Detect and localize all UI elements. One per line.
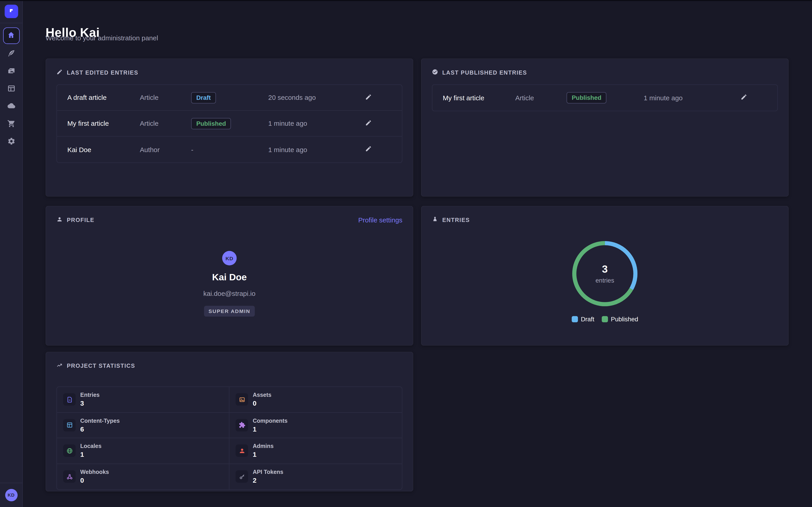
key-icon	[236, 470, 248, 483]
entry-name: Kai Doe	[67, 146, 140, 153]
user-avatar[interactable]: KD	[5, 489, 17, 501]
entries-total-label: entries	[596, 277, 614, 284]
entry-action-cell	[720, 92, 767, 104]
card-title: PROJECT STATISTICS	[67, 362, 135, 369]
entry-time: 20 seconds ago	[268, 94, 345, 101]
stat-tile-admins: Admins1	[230, 438, 402, 464]
entry-type: Article	[140, 94, 191, 101]
profile-name: Kai Doe	[46, 272, 413, 283]
legend-label: Published	[611, 316, 638, 323]
last-published-header: LAST PUBLISHED ENTRIES	[421, 59, 788, 84]
status-badge: Published	[567, 92, 607, 104]
edit-entry-button[interactable]	[362, 143, 374, 156]
stat-label: Locales	[80, 443, 101, 449]
entries-total: 3	[602, 264, 608, 275]
sidebar-item-media-library[interactable]	[4, 65, 18, 79]
cart-icon	[7, 119, 15, 130]
entries-icon	[432, 215, 438, 224]
stat-tile-content-types: Content-Types6	[57, 412, 230, 438]
stat-value: 0	[80, 476, 109, 484]
stat-text: Content-Types6	[80, 417, 120, 433]
layout-icon	[7, 84, 15, 95]
card-title: LAST EDITED ENTRIES	[67, 69, 138, 76]
table-row[interactable]: My first article Article Published 1 min…	[57, 111, 402, 136]
entry-type: Article	[140, 119, 191, 127]
admin-user-icon	[236, 445, 248, 457]
table-row[interactable]: A draft article Article Draft 20 seconds…	[57, 85, 402, 111]
stat-label: Components	[253, 417, 287, 424]
sidebar-footer: KD	[0, 483, 22, 507]
legend-item-draft: Draft	[571, 316, 594, 323]
entry-time: 1 minute ago	[644, 94, 720, 102]
status-empty: -	[191, 146, 193, 154]
stat-value: 2	[253, 476, 283, 484]
sidebar-item-settings[interactable]	[4, 135, 18, 150]
entries-donut-chart: 3 entries	[572, 241, 638, 306]
layout-icon	[63, 419, 75, 431]
pencil-icon	[740, 94, 747, 102]
legend-item-published: Published	[602, 316, 638, 323]
image-icon	[236, 393, 248, 406]
sidebar-item-marketplace[interactable]	[4, 117, 18, 132]
edit-entry-button[interactable]	[737, 92, 750, 104]
last-edited-table: A draft article Article Draft 20 seconds…	[56, 84, 402, 163]
stat-value: 1	[253, 425, 287, 433]
pencil-icon	[365, 145, 371, 154]
last-published-table: My first article Article Published 1 min…	[432, 84, 778, 111]
trend-up-icon	[56, 361, 63, 371]
main-sidebar: KD	[0, 0, 23, 507]
stat-label: API Tokens	[253, 469, 283, 475]
entry-type: Author	[140, 146, 191, 153]
feather-icon	[7, 49, 15, 59]
entry-action-cell	[345, 117, 392, 129]
stat-value: 1	[253, 451, 273, 458]
stat-text: Entries3	[80, 392, 100, 407]
profile-email: kai.doe@strapi.io	[46, 290, 413, 297]
entry-status-cell: Published	[191, 118, 268, 129]
stat-text: Webhooks0	[80, 469, 109, 485]
entry-status-cell: Draft	[191, 92, 268, 103]
sidebar-divider	[0, 23, 22, 23]
sidebar-item-home[interactable]	[3, 27, 19, 44]
stat-text: Assets0	[253, 392, 271, 407]
profile-settings-link[interactable]: Profile settings	[358, 216, 402, 224]
table-row[interactable]: Kai Doe Author - 1 minute ago	[57, 136, 402, 163]
strapi-logo[interactable]	[4, 5, 18, 18]
stat-value: 3	[80, 399, 100, 407]
stat-tile-entries: Entries3	[57, 387, 230, 412]
donut-center-label: 3 entries	[572, 241, 638, 306]
status-badge: Published	[191, 118, 231, 129]
images-icon	[7, 67, 15, 77]
stat-text: Components1	[253, 417, 287, 433]
stat-value: 0	[253, 399, 271, 407]
sidebar-item-content-type-builder[interactable]	[4, 82, 18, 97]
draft-swatch	[571, 316, 578, 323]
entry-time: 1 minute ago	[268, 146, 345, 153]
card-title: LAST PUBLISHED ENTRIES	[442, 69, 527, 76]
window-top-edge	[0, 0, 812, 1]
profile-card: PROFILE Profile settings KD Kai Doe kai.…	[46, 206, 413, 346]
card-title: ENTRIES	[442, 217, 470, 223]
stat-text: Admins1	[253, 443, 273, 459]
entry-action-cell	[345, 143, 392, 156]
sidebar-item-content-manager[interactable]	[4, 47, 18, 61]
puzzle-icon	[236, 419, 248, 431]
page-subtitle: Welcome to your administration panel	[46, 34, 158, 42]
edit-entry-button[interactable]	[362, 117, 374, 129]
stats-grid: Entries3 Assets0 Content-Types6 Componen…	[56, 386, 402, 490]
cloud-icon	[7, 102, 15, 112]
edit-entry-button[interactable]	[362, 91, 374, 104]
table-row[interactable]: My first article Article Published 1 min…	[433, 85, 777, 111]
gear-icon	[7, 137, 15, 147]
sidebar-item-deploy[interactable]	[4, 100, 18, 114]
check-circle-icon	[432, 68, 438, 77]
entries-card: ENTRIES 3 entries Draft Published	[421, 206, 789, 346]
strapi-logo-icon	[7, 6, 15, 16]
stat-label: Content-Types	[80, 417, 120, 424]
entry-type: Article	[515, 94, 566, 102]
entry-name: A draft article	[67, 94, 140, 101]
last-published-entries-card: LAST PUBLISHED ENTRIES My first article …	[421, 58, 789, 196]
entries-header: ENTRIES	[421, 207, 788, 231]
profile-body: KD Kai Doe kai.doe@strapi.io SUPER ADMIN	[46, 251, 413, 317]
entry-time: 1 minute ago	[268, 119, 345, 127]
